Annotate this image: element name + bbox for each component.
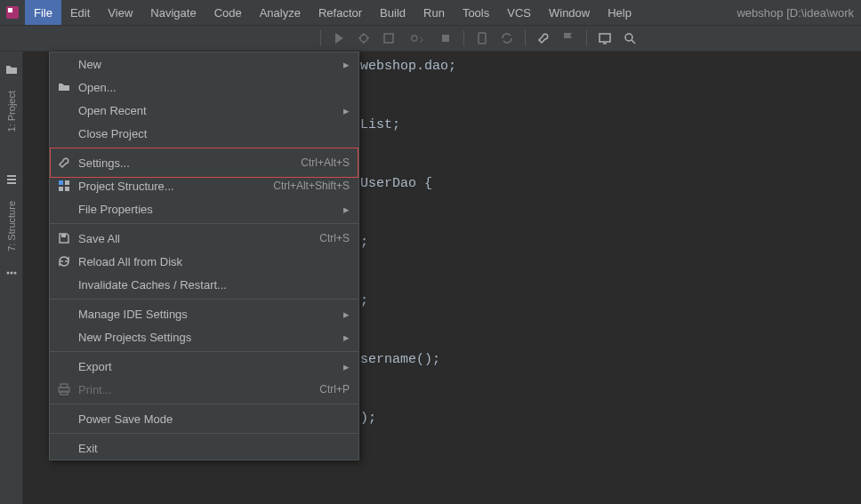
svg-point-14 (13, 272, 16, 275)
menu-run[interactable]: Run (414, 0, 454, 25)
menu-item[interactable]: Open Recent▸ (50, 99, 358, 122)
stop-icon[interactable] (435, 28, 456, 49)
menu-item[interactable]: Project Structure...Ctrl+Alt+Shift+S (50, 174, 358, 197)
file-menu-dropdown: New▸Open...Open Recent▸Close ProjectSett… (49, 52, 359, 460)
editor[interactable]: .webshop.dao; .List; UserDao { ); ); Use… (23, 52, 861, 504)
toolbar (0, 25, 861, 52)
menu-item-label: Open Recent (78, 104, 336, 117)
wrench-icon (55, 155, 73, 171)
blank-icon (55, 329, 73, 345)
menu-item-label: Close Project (78, 127, 350, 140)
menu-view[interactable]: View (99, 0, 141, 25)
blank-icon (55, 102, 73, 118)
svg-rect-6 (479, 33, 486, 44)
menu-item: Print...Ctrl+P (50, 378, 358, 401)
sync-icon[interactable] (496, 28, 518, 49)
menu-item-shortcut: Ctrl+Alt+Shift+S (273, 180, 350, 192)
menu-item-label: New (78, 58, 336, 71)
menu-item[interactable]: Reload All from Disk (50, 250, 358, 273)
submenu-arrow-icon: ▸ (343, 331, 350, 344)
blank-icon (55, 276, 73, 292)
svg-rect-3 (384, 34, 393, 43)
menu-item-shortcut: Ctrl+Alt+S (301, 156, 350, 169)
menu-edit[interactable]: Edit (61, 0, 99, 25)
submenu-arrow-icon: ▸ (343, 104, 350, 117)
svg-point-2 (360, 35, 367, 42)
reload-icon (55, 253, 73, 269)
menu-item[interactable]: Close Project (50, 122, 358, 145)
menu-code[interactable]: Code (205, 0, 251, 25)
menu-item-shortcut: Ctrl+P (319, 383, 350, 396)
svg-point-8 (625, 34, 632, 41)
menu-item-label: New Projects Settings (78, 331, 336, 344)
svg-point-12 (6, 272, 9, 275)
menu-window[interactable]: Window (540, 0, 599, 25)
menu-item[interactable]: Settings...Ctrl+Alt+S (50, 151, 358, 174)
menu-item-label: Export (78, 360, 336, 373)
menu-build[interactable]: Build (371, 0, 414, 25)
svg-rect-11 (7, 182, 16, 184)
coverage-icon[interactable] (378, 28, 399, 49)
menu-item-label: Reload All from Disk (78, 255, 350, 268)
menu-item-label: Power Save Mode (78, 412, 350, 426)
menu-item[interactable]: Save AllCtrl+S (50, 227, 358, 250)
svg-point-4 (412, 36, 417, 41)
svg-rect-5 (442, 35, 449, 42)
menubar: File Edit View Navigate Code Analyze Ref… (0, 0, 861, 25)
folder-icon[interactable] (3, 60, 20, 78)
structure-tab[interactable]: 7: Structure (6, 201, 17, 252)
menu-tools[interactable]: Tools (454, 0, 498, 25)
svg-rect-1 (8, 8, 12, 12)
menu-item[interactable]: Manage IDE Settings▸ (50, 302, 358, 325)
wrench-icon[interactable] (533, 28, 554, 49)
menu-item[interactable]: Export▸ (50, 355, 358, 378)
svg-rect-7 (599, 34, 610, 42)
folder-icon (55, 79, 73, 95)
monitor-icon[interactable] (594, 28, 616, 49)
svg-rect-22 (60, 391, 68, 395)
print-icon (55, 381, 73, 397)
submenu-arrow-icon: ▸ (343, 360, 350, 373)
profiler-icon[interactable] (403, 28, 431, 49)
blank-icon (55, 56, 73, 72)
menu-item[interactable]: Invalidate Caches / Restart... (50, 273, 358, 296)
flag-icon[interactable] (558, 28, 579, 49)
save-icon (55, 230, 73, 246)
menu-item-shortcut: Ctrl+S (319, 232, 350, 244)
menu-item-label: Manage IDE Settings (78, 308, 336, 321)
more-icon[interactable] (3, 264, 20, 282)
blank-icon (55, 440, 73, 456)
menu-navigate[interactable]: Navigate (141, 0, 205, 25)
menu-help[interactable]: Help (599, 0, 640, 25)
submenu-arrow-icon: ▸ (343, 58, 350, 71)
menu-analyze[interactable]: Analyze (251, 0, 310, 25)
menu-item[interactable]: Power Save Mode (50, 407, 358, 430)
project-tab[interactable]: 1: Project (6, 91, 17, 132)
leftbar: 1: Project 7: Structure (0, 52, 23, 504)
blank-icon (55, 411, 73, 427)
run-icon[interactable] (328, 28, 350, 49)
menu-item-label: Exit (78, 442, 350, 455)
menu-vcs[interactable]: VCS (498, 0, 540, 25)
menu-item-label: File Properties (78, 203, 336, 216)
debug-icon[interactable] (353, 28, 374, 49)
svg-rect-15 (59, 180, 63, 185)
menu-item[interactable]: Open... (50, 76, 358, 99)
menu-item-label: Invalidate Caches / Restart... (78, 278, 350, 292)
submenu-arrow-icon: ▸ (343, 203, 350, 216)
blank-icon (55, 201, 73, 217)
app-icon (4, 4, 21, 21)
menu-item[interactable]: Exit (50, 436, 358, 460)
svg-rect-17 (59, 187, 63, 191)
search-icon[interactable] (619, 28, 640, 49)
menu-refactor[interactable]: Refactor (310, 0, 371, 25)
device-icon[interactable] (471, 28, 493, 49)
menu-item[interactable]: New▸ (50, 52, 358, 76)
project-structure-icon (55, 178, 73, 194)
menu-item[interactable]: New Projects Settings▸ (50, 325, 358, 348)
blank-icon (55, 306, 73, 322)
svg-rect-9 (7, 175, 16, 177)
menu-item[interactable]: File Properties▸ (50, 197, 358, 220)
structure-icon[interactable] (3, 171, 20, 188)
menu-file[interactable]: File (25, 0, 61, 25)
